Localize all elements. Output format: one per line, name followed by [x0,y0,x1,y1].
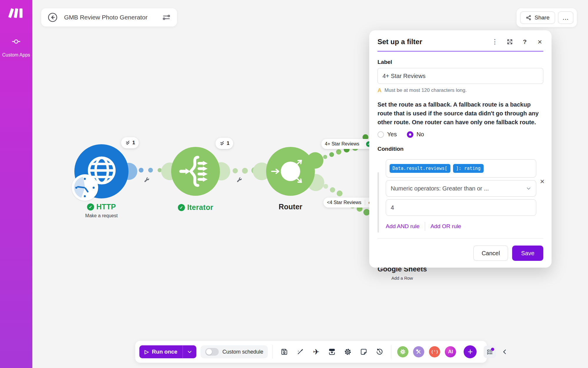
iterator-icon [178,155,213,188]
condition-operand-field[interactable]: Data.result.reviews[ ]: rating [386,159,536,178]
play-icon: ▷ [145,349,149,355]
save-button[interactable]: Save [512,246,543,261]
condition-heading: Condition [377,146,543,152]
save-scenario-button[interactable] [278,345,291,359]
divider [391,345,391,359]
warning-text: Must be at most 120 characters long. [385,87,467,93]
condition-value-field [386,199,536,216]
connector-dot [363,209,370,216]
double-check-icon [125,140,131,145]
divider [273,345,273,359]
share-label: Share [534,14,549,21]
run-once-label: Run once [152,349,178,355]
mapping-pill[interactable]: Data.result.reviews[ [390,164,450,173]
router-in-arrow [271,168,282,175]
expand-icon[interactable] [506,38,513,45]
magic-wand-icon [296,348,304,356]
custom-apps-icon [12,37,21,46]
radio-yes-label: Yes [387,131,397,138]
route-label-text: <4 Star Reviews [323,200,365,205]
flow-control-app-button[interactable] [397,346,408,357]
double-check-icon [219,141,225,146]
scenario-settings-button[interactable] [341,345,355,359]
help-icon[interactable]: ? [521,38,528,45]
history-button[interactable] [373,345,386,359]
operations-count: 1 [227,140,229,146]
schedule-toggle[interactable] [205,348,219,356]
filter-wrench-icon[interactable] [143,177,150,183]
remove-condition-icon[interactable]: × [540,178,544,185]
share-icon [526,15,532,21]
add-module-button[interactable]: + [464,345,477,358]
add-note-button[interactable] [357,345,370,359]
top-right-actions: Share … [517,8,577,27]
add-and-rule-link[interactable]: Add AND rule [386,223,420,230]
connector-dot [139,168,143,173]
run-options-caret[interactable] [183,345,196,358]
condition-value-input[interactable] [386,200,536,216]
operator-value: Numeric operators: Greater than or ... [391,185,526,192]
custom-schedule-label: Custom schedule [222,349,263,355]
scenario-settings-icon[interactable] [162,13,171,21]
share-button[interactable]: Share [520,11,555,24]
iterator-node-label: ✓ Iterator [160,203,231,212]
run-once-button[interactable]: ▷ Run once [139,345,196,358]
operations-count: 1 [132,140,135,146]
auto-align-button[interactable] [293,345,307,359]
node-router[interactable] [266,147,315,196]
dialog-footer-divider [377,238,543,238]
close-icon[interactable]: × [536,38,543,45]
iterator-operations-badge[interactable]: 1 [216,138,233,149]
custom-apps-label: Custom Apps [0,52,32,58]
connector-dot [329,152,334,157]
back-arrow-icon [48,12,58,22]
text-parser-app-button[interactable]: (') [429,346,440,357]
rule-links: Add AND rule Add OR rule [386,222,543,231]
tools-icon [415,349,422,355]
import-icon [328,348,336,356]
mapping-pill[interactable]: ]: rating [453,164,484,173]
cancel-button[interactable]: Cancel [473,246,508,261]
custom-schedule-control[interactable]: Custom schedule [201,345,268,358]
connector-dot [337,190,343,196]
success-check-icon: ✓ [178,204,185,211]
ai-tools-button[interactable]: AI [445,346,456,357]
node-subtitle: Add a Row [364,276,440,281]
gear-icon [344,348,352,356]
tools-app-button[interactable] [413,346,424,357]
more-options-button[interactable]: … [558,11,573,24]
publish-button[interactable]: ✈ [309,345,323,359]
collapse-toolbar-button[interactable] [502,347,508,357]
router-node-label: Router [255,203,326,211]
http-operations-badge[interactable]: 1 [121,137,139,148]
radio-no[interactable]: No [407,131,424,138]
sidebar-item-custom-apps[interactable]: Custom Apps [0,37,32,58]
checklist-button[interactable] [484,346,496,358]
dialog-title: Set up a filter [377,38,491,46]
make-logo[interactable] [7,7,25,20]
filter-wrench-icon[interactable] [236,177,243,183]
filter-dialog: Set up a filter ⋮ ? × Label A Must be at… [369,30,552,268]
connector-dot [148,168,153,173]
toggle-knob [206,349,212,355]
fallback-radio-group: Yes No [377,131,543,138]
chevron-left-icon [502,349,508,355]
node-iterator[interactable] [171,147,220,196]
back-button[interactable] [48,12,58,22]
connector-dot [336,149,341,155]
radio-yes[interactable]: Yes [377,131,397,138]
label-field-heading: Label [377,59,543,65]
route-label-text: 4+ Star Reviews [321,141,363,147]
import-blueprint-button[interactable] [325,345,339,359]
dialog-accent-rule [377,51,543,52]
condition-operator-select[interactable]: Numeric operators: Greater than or ... [386,180,536,197]
node-title: HTTP [96,203,116,211]
divider [425,222,425,231]
schedule-clock-badge[interactable] [72,174,98,201]
ellipsis-icon: … [562,14,569,21]
label-input[interactable] [377,68,543,84]
route-label-4plus[interactable]: 4+ Star Reviews ✓ 5 [321,139,375,149]
kebab-menu-icon[interactable]: ⋮ [491,38,498,45]
sidebar: Custom Apps [0,0,32,368]
add-or-rule-link[interactable]: Add OR rule [430,223,461,230]
